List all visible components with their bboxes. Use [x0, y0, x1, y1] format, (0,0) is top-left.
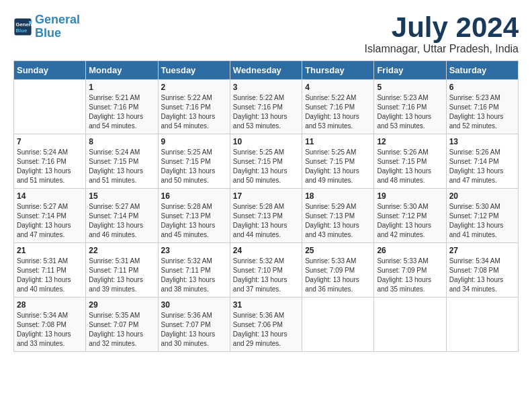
sunset-label: Sunset: 7:13 PM [233, 212, 283, 220]
day-number: 22 [89, 246, 154, 255]
day-info: Sunrise: 5:23 AM Sunset: 7:16 PM Dayligh… [449, 93, 515, 131]
calendar-cell: 29 Sunrise: 5:35 AM Sunset: 7:07 PM Dayl… [86, 298, 158, 352]
sunset-label: Sunset: 7:16 PM [233, 103, 283, 111]
header-friday: Friday [374, 61, 446, 80]
calendar-cell: 30 Sunrise: 5:36 AM Sunset: 7:07 PM Dayl… [158, 298, 230, 352]
sunrise-label: Sunrise: 5:36 AM [161, 312, 212, 319]
daylight-label: Daylight: 13 hours and 45 minutes. [161, 222, 216, 238]
calendar-header-row: SundayMondayTuesdayWednesdayThursdayFrid… [14, 61, 519, 80]
calendar-cell: 28 Sunrise: 5:34 AM Sunset: 7:08 PM Dayl… [14, 298, 86, 352]
day-number: 30 [161, 300, 227, 310]
sunrise-label: Sunrise: 5:34 AM [17, 312, 68, 319]
daylight-label: Daylight: 13 hours and 29 minutes. [233, 330, 287, 347]
sunrise-label: Sunrise: 5:23 AM [377, 94, 428, 101]
calendar-cell: 7 Sunrise: 5:24 AM Sunset: 7:16 PM Dayli… [14, 134, 86, 189]
sunset-label: Sunset: 7:14 PM [89, 212, 138, 220]
calendar-cell [374, 298, 446, 352]
day-info: Sunrise: 5:25 AM Sunset: 7:15 PM Dayligh… [233, 148, 299, 185]
daylight-label: Daylight: 13 hours and 30 minutes. [161, 330, 216, 347]
day-info: Sunrise: 5:31 AM Sunset: 7:11 PM Dayligh… [89, 257, 154, 294]
calendar-cell: 26 Sunrise: 5:33 AM Sunset: 7:09 PM Dayl… [374, 243, 446, 298]
day-number: 15 [89, 191, 154, 201]
calendar-cell: 14 Sunrise: 5:27 AM Sunset: 7:14 PM Dayl… [14, 189, 86, 243]
calendar-cell: 2 Sunrise: 5:22 AM Sunset: 7:16 PM Dayli… [158, 80, 230, 134]
calendar-cell: 24 Sunrise: 5:32 AM Sunset: 7:10 PM Dayl… [230, 243, 302, 298]
calendar-cell: 3 Sunrise: 5:22 AM Sunset: 7:16 PM Dayli… [230, 80, 302, 134]
daylight-label: Daylight: 13 hours and 47 minutes. [17, 222, 71, 238]
day-info: Sunrise: 5:35 AM Sunset: 7:07 PM Dayligh… [89, 311, 154, 349]
day-number: 25 [305, 246, 371, 255]
day-info: Sunrise: 5:32 AM Sunset: 7:11 PM Dayligh… [161, 257, 227, 294]
calendar-week-4: 21 Sunrise: 5:31 AM Sunset: 7:11 PM Dayl… [14, 243, 519, 298]
daylight-label: Daylight: 13 hours and 39 minutes. [89, 276, 143, 293]
daylight-label: Daylight: 13 hours and 50 minutes. [233, 167, 287, 184]
calendar-cell [302, 298, 374, 352]
sunset-label: Sunset: 7:15 PM [233, 158, 283, 165]
day-info: Sunrise: 5:34 AM Sunset: 7:08 PM Dayligh… [449, 257, 515, 294]
calendar-cell: 31 Sunrise: 5:36 AM Sunset: 7:06 PM Dayl… [230, 298, 302, 352]
day-info: Sunrise: 5:25 AM Sunset: 7:15 PM Dayligh… [161, 148, 227, 185]
daylight-label: Daylight: 13 hours and 35 minutes. [377, 276, 431, 293]
sunset-label: Sunset: 7:12 PM [449, 212, 499, 220]
sunset-label: Sunset: 7:16 PM [377, 103, 427, 111]
sunrise-label: Sunrise: 5:25 AM [305, 148, 356, 156]
day-number: 13 [449, 137, 515, 146]
logo-icon: General Blue [13, 17, 32, 36]
header-wednesday: Wednesday [230, 61, 302, 80]
day-number: 27 [449, 246, 515, 255]
sunset-label: Sunset: 7:07 PM [89, 321, 138, 328]
daylight-label: Daylight: 13 hours and 40 minutes. [17, 276, 71, 293]
day-number: 29 [89, 300, 154, 310]
sunset-label: Sunset: 7:09 PM [305, 267, 355, 274]
sunrise-label: Sunrise: 5:24 AM [89, 148, 140, 156]
day-number: 10 [233, 137, 299, 146]
calendar-cell: 16 Sunrise: 5:28 AM Sunset: 7:13 PM Dayl… [158, 189, 230, 243]
sunrise-label: Sunrise: 5:28 AM [161, 203, 212, 210]
sunset-label: Sunset: 7:07 PM [161, 321, 211, 328]
day-info: Sunrise: 5:31 AM Sunset: 7:11 PM Dayligh… [17, 257, 83, 294]
logo: General Blue General Blue [13, 13, 80, 40]
sunrise-label: Sunrise: 5:28 AM [233, 203, 284, 210]
sunrise-label: Sunrise: 5:33 AM [305, 257, 356, 265]
sunset-label: Sunset: 7:16 PM [89, 103, 138, 111]
daylight-label: Daylight: 13 hours and 33 minutes. [17, 330, 71, 347]
day-info: Sunrise: 5:21 AM Sunset: 7:16 PM Dayligh… [89, 93, 154, 131]
day-number: 8 [89, 137, 154, 146]
calendar-cell: 21 Sunrise: 5:31 AM Sunset: 7:11 PM Dayl… [14, 243, 86, 298]
sunset-label: Sunset: 7:11 PM [161, 267, 211, 274]
sunset-label: Sunset: 7:06 PM [233, 321, 283, 328]
day-number: 9 [161, 137, 227, 146]
day-info: Sunrise: 5:36 AM Sunset: 7:07 PM Dayligh… [161, 311, 227, 349]
calendar-cell: 18 Sunrise: 5:29 AM Sunset: 7:13 PM Dayl… [302, 189, 374, 243]
day-number: 26 [377, 246, 443, 255]
sunset-label: Sunset: 7:14 PM [17, 212, 66, 220]
calendar-cell: 17 Sunrise: 5:28 AM Sunset: 7:13 PM Dayl… [230, 189, 302, 243]
sunset-label: Sunset: 7:15 PM [377, 158, 427, 165]
sunset-label: Sunset: 7:16 PM [17, 158, 66, 165]
day-info: Sunrise: 5:28 AM Sunset: 7:13 PM Dayligh… [233, 202, 299, 240]
day-number: 7 [17, 137, 83, 146]
month-title: July 2024 [365, 13, 519, 42]
day-number: 11 [305, 137, 371, 146]
sunset-label: Sunset: 7:11 PM [89, 267, 138, 274]
sunrise-label: Sunrise: 5:30 AM [377, 203, 428, 210]
day-number: 23 [161, 246, 227, 255]
calendar-cell: 11 Sunrise: 5:25 AM Sunset: 7:15 PM Dayl… [302, 134, 374, 189]
calendar-week-2: 7 Sunrise: 5:24 AM Sunset: 7:16 PM Dayli… [14, 134, 519, 189]
sunset-label: Sunset: 7:08 PM [449, 267, 499, 274]
sunset-label: Sunset: 7:16 PM [449, 103, 499, 111]
day-info: Sunrise: 5:22 AM Sunset: 7:16 PM Dayligh… [305, 93, 371, 131]
sunset-label: Sunset: 7:15 PM [161, 158, 211, 165]
day-number: 24 [233, 246, 299, 255]
calendar-cell: 6 Sunrise: 5:23 AM Sunset: 7:16 PM Dayli… [446, 80, 518, 134]
calendar-week-1: 1 Sunrise: 5:21 AM Sunset: 7:16 PM Dayli… [14, 80, 519, 134]
sunrise-label: Sunrise: 5:25 AM [233, 148, 284, 156]
daylight-label: Daylight: 13 hours and 42 minutes. [377, 222, 431, 238]
calendar-cell: 5 Sunrise: 5:23 AM Sunset: 7:16 PM Dayli… [374, 80, 446, 134]
header-saturday: Saturday [446, 61, 518, 80]
sunrise-label: Sunrise: 5:22 AM [233, 94, 284, 101]
sunrise-label: Sunrise: 5:25 AM [161, 148, 212, 156]
day-number: 1 [89, 83, 154, 92]
day-info: Sunrise: 5:27 AM Sunset: 7:14 PM Dayligh… [89, 202, 154, 240]
calendar-week-3: 14 Sunrise: 5:27 AM Sunset: 7:14 PM Dayl… [14, 189, 519, 243]
